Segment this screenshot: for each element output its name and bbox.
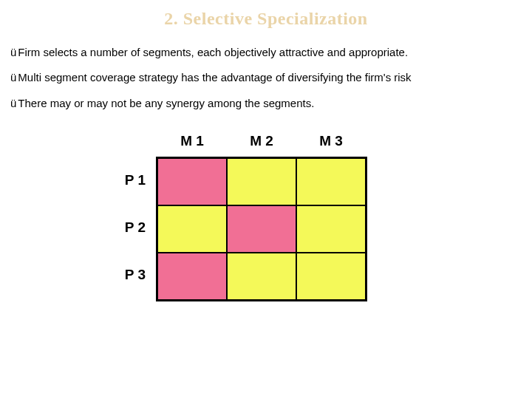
check-icon: ü <box>10 70 16 85</box>
bullet-list: ü Firm selects a number of segments, eac… <box>10 45 522 111</box>
cell-p2-m1 <box>157 205 227 253</box>
bullet-text: Multi segment coverage strategy has the … <box>18 70 411 85</box>
product-market-matrix: M 1 M 2 M 3 P 1 P 2 P 3 <box>0 133 522 301</box>
cell-p1-m3 <box>296 158 366 205</box>
cell-p3-m2 <box>227 253 296 300</box>
check-icon: ü <box>10 96 16 111</box>
cell-p3-m3 <box>296 253 366 300</box>
row-header-p3: P 3 <box>120 251 146 299</box>
bullet-text: Firm selects a number of segments, each … <box>18 45 408 60</box>
col-header-m2: M 2 <box>227 133 296 149</box>
bullet-item: ü There may or may not be any synergy am… <box>10 96 522 111</box>
col-header-m3: M 3 <box>296 133 366 149</box>
row-header-p1: P 1 <box>120 157 146 204</box>
check-icon: ü <box>10 45 16 60</box>
row-header-p2: P 2 <box>120 204 146 251</box>
bullet-text: There may or may not be any synergy amon… <box>18 96 314 111</box>
bullet-item: ü Multi segment coverage strategy has th… <box>10 70 522 85</box>
cell-p1-m2 <box>227 158 296 205</box>
column-headers: M 1 M 2 M 3 <box>157 133 366 149</box>
col-header-m1: M 1 <box>157 133 227 149</box>
cell-p3-m1 <box>157 253 227 300</box>
row-headers: P 1 P 2 P 3 <box>120 157 146 299</box>
matrix-body: P 1 P 2 P 3 <box>120 157 367 301</box>
slide-title: 2. Selective Specialization <box>10 9 522 29</box>
cell-p2-m3 <box>296 205 366 253</box>
cell-p1-m1 <box>157 158 227 205</box>
cell-p2-m2 <box>227 205 296 253</box>
bullet-item: ü Firm selects a number of segments, eac… <box>10 45 522 60</box>
matrix-grid <box>156 157 367 301</box>
